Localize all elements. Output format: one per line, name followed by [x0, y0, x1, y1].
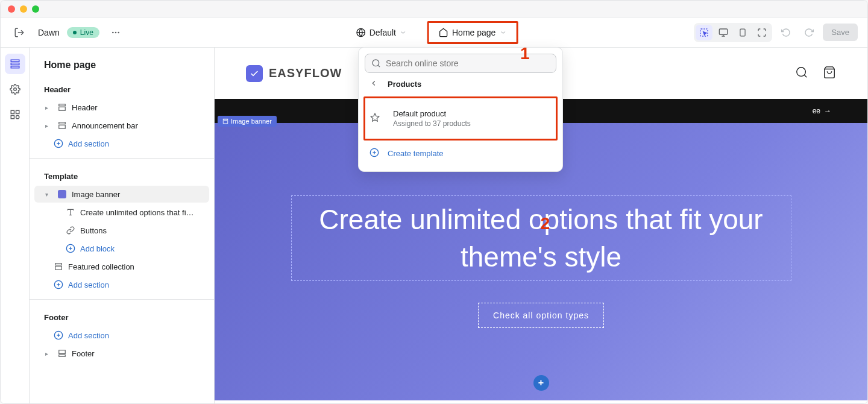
undo-icon[interactable]	[777, 24, 795, 42]
sections-icon[interactable]	[5, 54, 25, 74]
star-icon	[370, 113, 381, 124]
add-label: Add section	[68, 280, 109, 289]
svg-rect-13	[11, 66, 19, 68]
layout-icon	[54, 262, 63, 271]
search-icon[interactable]	[795, 66, 808, 81]
tree-label: Image banner	[72, 190, 120, 199]
tree-featured-collection[interactable]: Featured collection	[34, 258, 209, 275]
close-dot[interactable]	[8, 5, 15, 13]
chevron-right-icon: ▸	[45, 122, 52, 129]
add-section-fab[interactable]: +	[533, 375, 549, 391]
announcement-text: ee	[813, 107, 820, 115]
exit-icon[interactable]	[10, 24, 28, 42]
annotation-1: 1	[520, 44, 530, 63]
svg-rect-44	[223, 119, 228, 120]
rail	[1, 48, 30, 403]
fullscreen-icon[interactable]	[753, 25, 770, 40]
home-icon	[439, 28, 448, 37]
svg-rect-40	[59, 355, 66, 356]
add-footer-section[interactable]: Add section	[34, 327, 209, 344]
section-header-label: Header	[30, 78, 214, 98]
svg-rect-11	[11, 60, 19, 62]
popup-back-label: Products	[388, 80, 421, 89]
settings-icon[interactable]	[5, 79, 25, 99]
tree-banner-buttons[interactable]: Buttons	[34, 222, 209, 239]
banner-cta[interactable]: Check all option types	[478, 303, 604, 328]
image-icon	[57, 189, 67, 199]
live-badge: Live	[67, 27, 99, 38]
banner-tag: Image banner	[218, 116, 277, 127]
tree-header[interactable]: ▸ Header	[34, 99, 209, 116]
add-block[interactable]: Add block	[34, 240, 209, 257]
zoom-dot[interactable]	[32, 5, 39, 13]
mac-titlebar	[1, 1, 867, 17]
add-label: Add block	[80, 244, 115, 253]
top-toolbar: Dawn Live Default Home page	[1, 17, 867, 48]
plus-circle-icon	[66, 244, 75, 253]
popup-back[interactable]: Products	[365, 73, 556, 95]
add-header-section[interactable]: Add section	[34, 135, 209, 152]
style-dropdown-label: Default	[370, 28, 396, 37]
tree-banner-text[interactable]: Create unlimited options that fit ...	[34, 204, 209, 221]
tree-footer[interactable]: ▸ Footer	[34, 345, 209, 362]
popup-item-title: Default product	[393, 109, 471, 118]
svg-point-14	[13, 88, 16, 91]
svg-point-3	[118, 31, 119, 33]
tree-label: Announcement bar	[72, 121, 138, 130]
svg-point-46	[373, 60, 379, 66]
inspector-icon[interactable]	[696, 25, 712, 40]
traffic-lights	[8, 5, 39, 13]
brand-text: EASYFLOW	[269, 66, 342, 80]
style-dropdown[interactable]: Default	[350, 24, 413, 41]
chevron-left-icon	[370, 79, 380, 89]
save-button[interactable]: Save	[823, 24, 858, 41]
popup-default-product[interactable]: Default product Assigned to 37 products	[365, 98, 556, 139]
popup-create-template[interactable]: Create template	[365, 142, 556, 165]
apps-icon[interactable]	[5, 104, 25, 125]
theme-name: Dawn	[38, 28, 60, 37]
banner-heading[interactable]: Create unlimited options that fit your t…	[291, 195, 791, 281]
tree-image-banner[interactable]: ▾ Image banner	[34, 186, 209, 203]
popup-create-label: Create template	[388, 149, 444, 158]
tree-label: Header	[72, 103, 98, 112]
minimize-dot[interactable]	[20, 5, 27, 13]
brand: EASYFLOW	[246, 65, 342, 82]
svg-rect-6	[720, 29, 728, 34]
svg-rect-21	[59, 122, 66, 124]
sidebar: Home page Header ▸ Header ▸ Announcement…	[30, 48, 215, 403]
plus-circle-icon	[54, 280, 63, 289]
add-label: Add section	[68, 139, 109, 148]
layout-icon	[57, 103, 67, 112]
svg-line-42	[804, 75, 807, 77]
mobile-icon[interactable]	[734, 25, 751, 40]
svg-rect-12	[11, 63, 19, 65]
svg-point-18	[16, 116, 19, 119]
chevron-right-icon: ▸	[45, 350, 52, 357]
chevron-down-icon	[400, 29, 407, 36]
device-toggle	[694, 23, 772, 42]
add-template-section[interactable]: Add section	[34, 276, 209, 293]
page-dropdown-label: Home page	[452, 28, 495, 37]
text-icon	[66, 207, 75, 217]
plus-circle-icon	[54, 139, 63, 148]
popup-item-subtitle: Assigned to 37 products	[393, 119, 471, 128]
svg-rect-19	[59, 104, 66, 106]
svg-point-2	[115, 31, 116, 33]
svg-marker-48	[371, 113, 379, 121]
tree-label: Featured collection	[68, 262, 134, 271]
more-icon[interactable]	[107, 24, 125, 42]
svg-rect-31	[55, 264, 62, 265]
svg-rect-39	[59, 350, 66, 354]
svg-line-47	[378, 65, 380, 67]
section-template-label: Template	[30, 165, 214, 185]
desktop-icon[interactable]	[715, 25, 732, 40]
redo-icon[interactable]	[800, 24, 818, 42]
svg-rect-45	[223, 121, 228, 124]
page-dropdown[interactable]: Home page	[433, 24, 512, 41]
svg-rect-9	[740, 29, 745, 36]
layout-icon	[57, 349, 67, 358]
tree-label: Buttons	[80, 226, 107, 235]
tree-label: Footer	[72, 349, 95, 358]
tree-announcement-bar[interactable]: ▸ Announcement bar	[34, 117, 209, 134]
cart-icon[interactable]	[823, 66, 836, 81]
